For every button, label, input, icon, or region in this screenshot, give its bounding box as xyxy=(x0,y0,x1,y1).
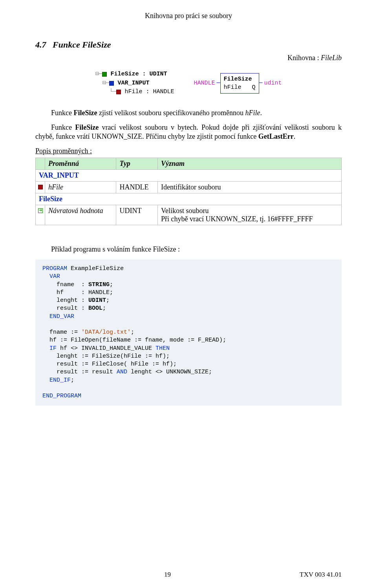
return-icon xyxy=(38,208,43,213)
code-v1: fname : xyxy=(42,281,88,288)
section-title: 4.7 Funkce FileSize xyxy=(35,40,342,50)
code-s6b: lenght <> UNKNOWN_SIZE; xyxy=(127,369,212,375)
fb-out-port: Q xyxy=(252,84,256,91)
tree-node-varinput: VAR_INPUT xyxy=(117,79,149,88)
group-filesize: FileSize xyxy=(36,193,342,205)
group-varinput: VAR_INPUT xyxy=(36,169,342,181)
p2-a: Funkce xyxy=(51,123,75,131)
function-block-diagram: HANDLE─ FileSize hFile Q ─udint xyxy=(194,70,282,97)
var-icon xyxy=(116,90,121,94)
code-s5: result := FileClose( hFile := hf); xyxy=(42,361,177,368)
cell-type-udint: UDINT xyxy=(116,205,158,225)
kw-var: VAR xyxy=(49,273,60,280)
kw-endif: END_IF xyxy=(49,377,71,384)
p1-a: Funkce xyxy=(51,109,74,117)
kw-and: AND xyxy=(117,369,127,375)
tree-node-hfile: hFile : HANDLE xyxy=(124,88,174,97)
cell-var-return: Návratová hodnota xyxy=(48,207,103,215)
code-string-literal: 'DATA/log.txt' xyxy=(81,329,131,336)
th-type: Typ xyxy=(116,158,158,169)
code-s1a: fname := xyxy=(42,329,81,336)
code-s1c: ; xyxy=(131,329,134,336)
paragraph-2: Funkce FileSize vrací velikost souboru v… xyxy=(35,123,342,141)
p1-fn: FileSize xyxy=(74,109,97,117)
kw-if: IF xyxy=(49,345,57,352)
code-v4: result : xyxy=(42,305,88,312)
th-icon xyxy=(36,158,45,169)
code-s4: lenght := FileSize(hFile := hf); xyxy=(42,353,170,360)
type-udint: UDINT xyxy=(88,297,106,304)
p1-e: . xyxy=(260,109,262,117)
code-s6a: result := result xyxy=(42,369,117,375)
figure-row: ⊟─ FileSize : UDINT ⊟─ VAR_INPUT └─ hFil… xyxy=(35,70,342,97)
fb-input-type: HANDLE xyxy=(194,80,215,86)
p2-fn2: GetLastErr xyxy=(258,132,294,140)
p1-c: zjistí velikost souboru specifikovaného … xyxy=(97,109,245,117)
cell-desc-return: Velikost souboru Při chybě vrací UKNOWN_… xyxy=(158,205,342,225)
kw-then: THEN xyxy=(156,345,170,352)
section-name: Funkce FileSize xyxy=(53,40,111,50)
doc-code: TXV 003 41.01 xyxy=(300,571,342,579)
tree-view: ⊟─ FileSize : UDINT ⊟─ VAR_INPUT └─ hFil… xyxy=(95,70,174,97)
p2-e: . xyxy=(294,132,296,140)
code-semi: ; xyxy=(71,377,74,384)
code-s2: hf := FileOpen(fileName := fname, mode :… xyxy=(42,337,226,344)
fb-output-type: udint xyxy=(264,80,282,86)
th-meaning: Význam xyxy=(158,158,342,169)
example-caption: Příklad programu s voláním funkce FileSi… xyxy=(35,245,342,254)
page-footer: 19 TXV 003 41.01 xyxy=(35,571,342,579)
th-var: Proměnná xyxy=(45,158,116,169)
lib-name: FileLib xyxy=(321,54,342,62)
tree-node-root: FileSize : UDINT xyxy=(110,70,167,79)
lib-label: Knihovna : xyxy=(287,54,321,62)
cell-var-hfile: hFile xyxy=(48,183,63,191)
variables-caption: Popis proměnných : xyxy=(35,147,342,155)
section-number: 4.7 xyxy=(35,40,46,50)
code-s3a: hf <> INVALID_HANDLE_VALUE xyxy=(57,345,156,352)
code-v2: hf : HANDLE; xyxy=(42,289,113,296)
variables-table: Proměnná Typ Význam VAR_INPUT hFile HAND… xyxy=(35,158,342,225)
block-icon xyxy=(102,72,107,77)
fb-in-port: hFile xyxy=(224,84,242,91)
p2-fn: FileSize xyxy=(75,123,99,131)
popis-text: Popis proměnných : xyxy=(35,147,92,155)
kw-endvar: END_VAR xyxy=(49,313,74,320)
var-group-icon xyxy=(109,81,114,86)
kw-endprogram: END_PROGRAM xyxy=(42,393,81,399)
paragraph-1: Funkce FileSize zjistí velikost souboru … xyxy=(35,108,342,118)
code-progname: ExampleFileSize xyxy=(67,265,124,272)
p1-var: hFile xyxy=(245,109,260,117)
code-block: PROGRAM ExampleFileSize VAR fname : STRI… xyxy=(35,259,342,406)
code-v3: lenght : xyxy=(42,297,88,304)
table-row: Návratová hodnota UDINT Velikost souboru… xyxy=(36,205,342,225)
type-string: STRING xyxy=(88,281,110,288)
table-row: hFile HANDLE Identifikátor souboru xyxy=(36,181,342,193)
var-icon xyxy=(38,185,43,189)
cell-desc-hfile: Identifikátor souboru xyxy=(158,181,342,193)
fb-name: FileSize xyxy=(224,75,256,83)
type-bool: BOOL xyxy=(88,305,102,312)
kw-program: PROGRAM xyxy=(42,265,67,272)
fb-box: FileSize hFile Q xyxy=(220,73,259,94)
cell-type-handle: HANDLE xyxy=(116,181,158,193)
page-header: Knihovna pro práci se soubory xyxy=(35,12,342,20)
page-number: 19 xyxy=(164,571,171,579)
library-caption: Knihovna : FileLib xyxy=(35,54,342,62)
